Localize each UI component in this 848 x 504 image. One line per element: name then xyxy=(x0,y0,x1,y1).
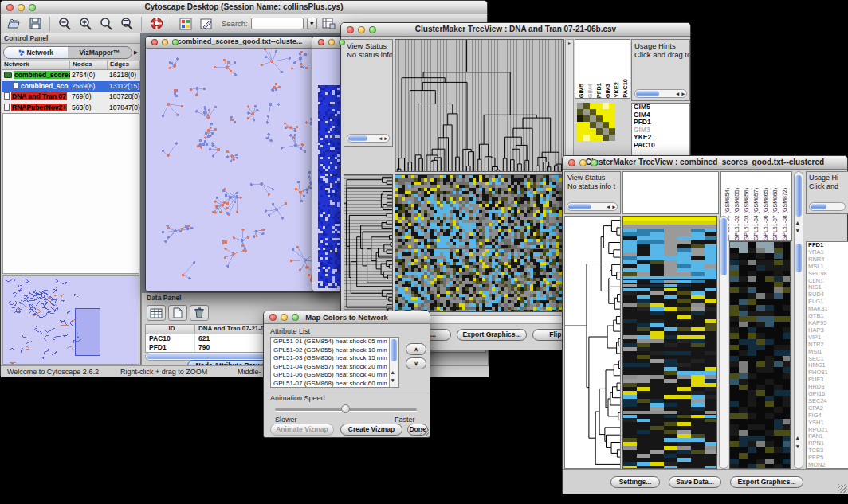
zoom-fit-icon[interactable] xyxy=(97,16,115,32)
zoom-window-button[interactable] xyxy=(591,159,598,166)
folder-icon xyxy=(4,72,12,78)
column-dendrogram[interactable] xyxy=(395,39,564,172)
close-button[interactable] xyxy=(347,26,354,33)
close-button[interactable] xyxy=(6,4,14,11)
network-tree-empty-area[interactable] xyxy=(2,113,139,274)
zoom-window-button[interactable] xyxy=(292,314,299,321)
attribute-list-item[interactable]: GPL51-01 (GSM854) heat shock 05 min xyxy=(271,338,398,346)
tab-network[interactable]: Network xyxy=(4,47,68,58)
export-graphics-button[interactable]: Export Graphics... xyxy=(457,329,527,341)
splitter-strip[interactable]: ▸ xyxy=(565,39,574,172)
row-dendrogram[interactable] xyxy=(564,216,621,469)
move-up-button[interactable]: ∧ xyxy=(406,343,426,355)
slider-thumb[interactable] xyxy=(341,404,350,413)
usage-hints-title: Usage Hi xyxy=(807,172,848,182)
close-button[interactable] xyxy=(269,314,277,321)
zoom-out-icon[interactable] xyxy=(56,16,73,32)
clustered-heatmap[interactable] xyxy=(395,174,564,312)
export-graphics-button[interactable]: Export Graphics... xyxy=(730,476,803,488)
usage-hints-scrollbar[interactable]: ◂▸ xyxy=(634,89,687,98)
new-attribute-icon[interactable] xyxy=(168,305,187,321)
zoom-in-icon[interactable] xyxy=(77,16,94,32)
network-tree-row[interactable]: combined_scores2764(0)16218(0) xyxy=(2,70,140,81)
overview-viewport-rect[interactable] xyxy=(75,308,100,356)
gene-list-item[interactable]: PAC10 xyxy=(632,142,689,150)
gene-list-item[interactable]: MON2 xyxy=(807,462,848,469)
search-input[interactable] xyxy=(251,18,304,29)
help-lifesaver-icon[interactable] xyxy=(147,16,165,32)
main-window-title: Cytoscape Desktop (Session Name: collins… xyxy=(1,2,487,11)
matrix-cell xyxy=(583,103,590,109)
search-dropdown-button[interactable]: ▼ xyxy=(307,18,317,29)
treeview1-title-bar[interactable]: ClusterMaker TreeView : DNA and Tran 07-… xyxy=(341,23,690,37)
minimize-button[interactable] xyxy=(162,39,168,45)
column-label: GPL51-02 (GSM855) xyxy=(732,188,742,240)
zoom-window-button[interactable] xyxy=(29,4,36,11)
minimize-button[interactable] xyxy=(281,314,288,321)
select-attributes-icon[interactable] xyxy=(147,305,166,321)
minimize-button[interactable] xyxy=(328,39,335,45)
matrix-cell xyxy=(583,122,590,128)
network-tree-row[interactable]: DNA and Tran 07769(0)183728(0) xyxy=(2,92,140,103)
minimize-button[interactable] xyxy=(18,4,25,11)
attribute-list-item[interactable]: GPL51-02 (GSM855) heat shock 10 min xyxy=(271,346,398,355)
dialog-title-bar[interactable]: Map Colors to Network xyxy=(264,311,430,324)
similarity-matrix-heatmap[interactable] xyxy=(577,103,615,141)
save-icon[interactable] xyxy=(26,16,44,32)
attribute-browser-icon[interactable] xyxy=(320,16,338,32)
zoom-window-button[interactable] xyxy=(369,26,376,33)
resize-grip[interactable] xyxy=(838,484,847,493)
row-dendrogram[interactable] xyxy=(344,174,393,315)
move-down-button[interactable]: ∨ xyxy=(406,357,426,369)
gene-list-scrollbar[interactable]: ▴▾ ▴▾ xyxy=(794,171,803,469)
settings-button[interactable]: Settings... xyxy=(610,476,660,488)
zoom-window-button[interactable] xyxy=(339,39,345,45)
main-title-bar[interactable]: Cytoscape Desktop (Session Name: collins… xyxy=(1,1,487,14)
control-panel-header[interactable]: Control Panel xyxy=(1,33,140,44)
matrix-cell xyxy=(590,115,596,122)
resize-grip[interactable] xyxy=(420,428,429,436)
minimize-button[interactable] xyxy=(579,159,587,166)
attribute-list-scrollbar[interactable]: ▴▾ xyxy=(389,338,398,387)
network-tree-row[interactable]: RNAPuberNov2+563(0)107847(0) xyxy=(2,103,140,114)
birds-eye-overview[interactable] xyxy=(2,275,139,365)
toolbar-separator xyxy=(49,17,50,31)
network-canvas[interactable] xyxy=(147,49,333,291)
tab-overflow-button[interactable]: ▶ xyxy=(134,46,140,59)
attribute-list-item[interactable]: GPL51-03 (GSM856) heat shock 15 min xyxy=(271,354,398,363)
matrix-cell xyxy=(577,135,583,141)
save-data-button[interactable]: Save Data... xyxy=(669,476,721,488)
map-colors-dialog: Map Colors to Network Attribute List GPL… xyxy=(263,311,430,438)
view-status-scrollbar[interactable]: ◂▸ xyxy=(567,202,618,211)
attribute-list-item[interactable]: GPL51-07 (GSM868) heat shock 60 min xyxy=(271,380,398,389)
close-button[interactable] xyxy=(151,39,158,45)
close-button[interactable] xyxy=(568,159,575,166)
selected-cluster-heatmap[interactable] xyxy=(729,241,791,469)
zoom-selected-icon[interactable] xyxy=(118,16,135,32)
treeview2-title-bar[interactable]: ClusterMaker TreeView : combined_scores_… xyxy=(563,156,847,170)
toolbar-separator xyxy=(171,17,171,31)
vizmapper-icon[interactable] xyxy=(177,16,194,32)
matrix-cell xyxy=(577,122,583,128)
overview-thumbnail xyxy=(3,276,139,364)
network-view-title-bar[interactable]: combined_scores_good.txt--cluste... xyxy=(146,37,334,49)
network-tree-row[interactable]: combined_sco2569(6)13112(15) xyxy=(2,81,140,92)
create-vizmap-button[interactable]: Create Vizmap xyxy=(340,424,402,436)
attribute-list-item[interactable]: GPL51-06 (GSM865) heat shock 40 min xyxy=(271,371,398,380)
close-button[interactable] xyxy=(318,39,324,45)
open-folder-icon[interactable] xyxy=(6,16,23,32)
annotation-icon[interactable] xyxy=(198,16,215,32)
zoom-window-button[interactable] xyxy=(172,39,179,45)
animate-vizmap-button[interactable]: Animate Vizmap xyxy=(270,424,334,436)
attr-col-id[interactable]: ID xyxy=(146,325,195,334)
heatmap-vscrollbar[interactable] xyxy=(719,216,728,469)
minimize-button[interactable] xyxy=(358,26,365,33)
usage-hints-scrollbar[interactable] xyxy=(809,202,846,211)
column-dendrogram-area[interactable] xyxy=(622,171,719,214)
view-status-scrollbar[interactable]: ◂▸ xyxy=(347,134,390,143)
attribute-list-item[interactable]: GPL51-04 (GSM857) heat shock 20 min xyxy=(271,363,398,372)
expression-heatmap[interactable] xyxy=(622,216,717,469)
delete-attribute-icon[interactable] xyxy=(190,305,209,321)
tab-vizmapper[interactable]: VizMapper™ xyxy=(68,47,132,58)
view-status-panel: View Status No status info t ◂▸ xyxy=(564,171,621,214)
